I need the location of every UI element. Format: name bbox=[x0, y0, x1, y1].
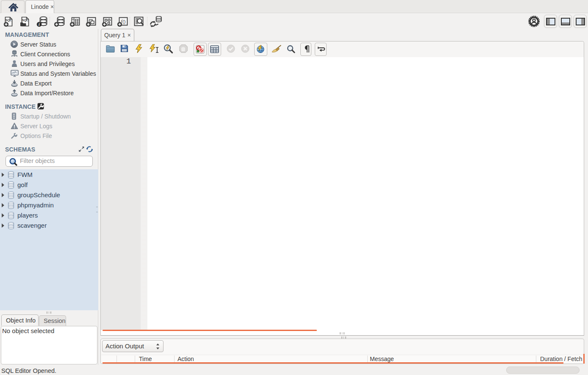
svg-text:SQL: SQL bbox=[22, 18, 28, 22]
svg-text:i: i bbox=[39, 22, 40, 27]
svg-text:SQL: SQL bbox=[6, 18, 12, 22]
svg-text:(): () bbox=[122, 19, 125, 24]
